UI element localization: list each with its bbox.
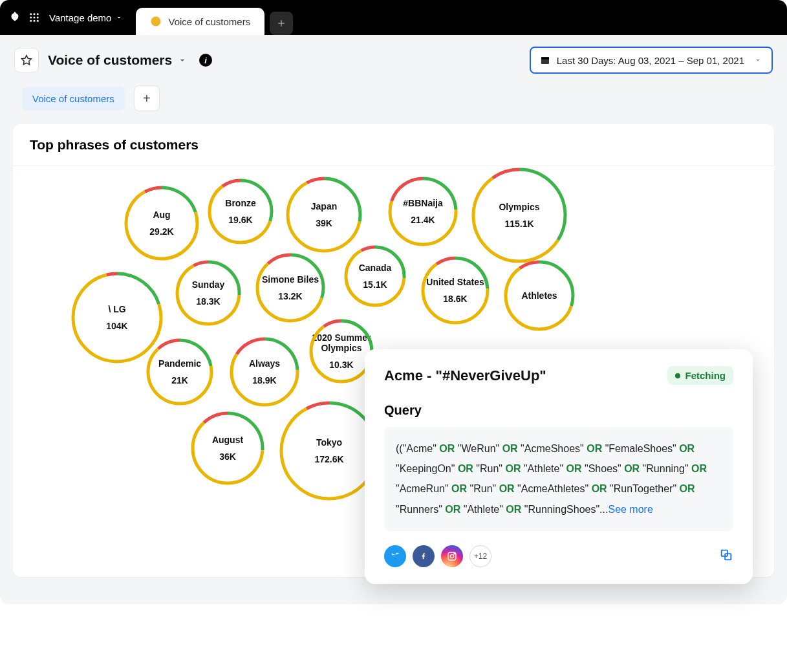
chevron-down-icon xyxy=(753,56,762,65)
apps-grid-icon[interactable] xyxy=(28,12,40,23)
popover-footer: +12 xyxy=(384,545,733,567)
svg-point-9 xyxy=(151,17,161,27)
workspace-selector[interactable]: Vantage demo xyxy=(49,12,123,23)
status-badge: Fetching xyxy=(667,366,734,385)
query-popover: Acme - "#NeverGiveUp" Fetching Query (("… xyxy=(365,349,753,584)
bubble-2020-summer-olympics[interactable]: 2020 Summer Olympics10.3K xyxy=(309,319,374,384)
top-nav: Vantage demo Voice of customers xyxy=(0,0,787,35)
bubble-aug[interactable]: Aug29.2K xyxy=(124,186,199,261)
date-range-text: Last 30 Days: Aug 03, 2021 – Sep 01, 202… xyxy=(557,55,744,66)
add-tab-button[interactable] xyxy=(270,12,293,35)
app-logo-icon xyxy=(8,10,22,25)
bubble-always[interactable]: Always18.9K xyxy=(230,337,299,407)
filter-chip-row: Voice of customers + xyxy=(0,81,787,120)
bubble-canada[interactable]: Canada15.1K xyxy=(344,245,406,307)
page-header: Voice of customers i Last 30 Days: Aug 0… xyxy=(0,35,787,81)
see-more-link[interactable]: See more xyxy=(608,504,652,515)
filter-chip[interactable]: Voice of customers xyxy=(22,87,125,111)
bubble-olympics[interactable]: Olympics115.1K xyxy=(471,168,567,263)
svg-point-3 xyxy=(30,17,32,19)
tab-strip: Voice of customers xyxy=(136,0,293,35)
svg-point-62 xyxy=(454,553,455,554)
plus-icon xyxy=(276,18,286,28)
workspace-name: Vantage demo xyxy=(49,12,111,23)
bubble-bronze[interactable]: Bronze19.6K xyxy=(208,179,274,244)
svg-point-1 xyxy=(34,13,36,15)
page-title[interactable]: Voice of customers xyxy=(48,52,188,68)
calendar-icon xyxy=(540,55,550,65)
bubble-japan[interactable]: Japan39K xyxy=(286,177,362,253)
bubble-united-states[interactable]: United States18.6K xyxy=(421,256,490,325)
svg-point-7 xyxy=(34,20,36,22)
svg-point-61 xyxy=(450,554,453,558)
tab-label: Voice of customers xyxy=(168,16,250,27)
svg-point-2 xyxy=(37,13,39,15)
svg-point-0 xyxy=(30,13,32,15)
card-title: Top phrases of customers xyxy=(13,124,774,166)
svg-rect-11 xyxy=(541,57,549,59)
query-text: (("Acme" OR "WeRun" OR "AcmeShoes" OR "F… xyxy=(384,427,733,531)
svg-point-8 xyxy=(37,20,39,22)
svg-point-6 xyxy=(30,20,32,22)
bubble--bbnaija[interactable]: #BBNaija21.4K xyxy=(388,177,458,246)
instagram-icon[interactable] xyxy=(441,545,463,567)
info-icon[interactable]: i xyxy=(199,54,212,67)
tab-icon xyxy=(150,16,162,27)
popover-title: Acme - "#NeverGiveUp" xyxy=(384,367,546,384)
add-filter-button[interactable]: + xyxy=(134,85,160,111)
bubble-august[interactable]: August36K xyxy=(191,411,264,485)
twitter-icon[interactable] xyxy=(384,545,406,567)
query-section-label: Query xyxy=(384,403,733,418)
more-sources-button[interactable]: +12 xyxy=(469,545,491,567)
status-dot-icon xyxy=(675,373,680,378)
svg-point-4 xyxy=(34,17,36,19)
bubble-pandemic[interactable]: Pandemic21K xyxy=(146,338,213,406)
svg-point-5 xyxy=(37,17,39,19)
chevron-down-icon xyxy=(177,55,188,65)
expand-icon xyxy=(719,548,733,562)
facebook-icon[interactable] xyxy=(413,545,435,567)
bubble-simone-biles[interactable]: Simone Biles13.2K xyxy=(255,253,325,323)
bubble-athletes[interactable]: Athletes xyxy=(504,260,575,331)
bubble-tokyo[interactable]: Tokyo172.6K xyxy=(279,401,379,501)
chevron-down-icon xyxy=(115,14,123,21)
star-icon xyxy=(21,54,32,66)
bubble-sunday[interactable]: Sunday18.3K xyxy=(175,260,241,326)
tab-voice-of-customers[interactable]: Voice of customers xyxy=(136,8,264,35)
expand-button[interactable] xyxy=(719,548,733,565)
favorite-button[interactable] xyxy=(14,48,39,72)
date-range-picker[interactable]: Last 30 Days: Aug 03, 2021 – Sep 01, 202… xyxy=(530,47,773,74)
